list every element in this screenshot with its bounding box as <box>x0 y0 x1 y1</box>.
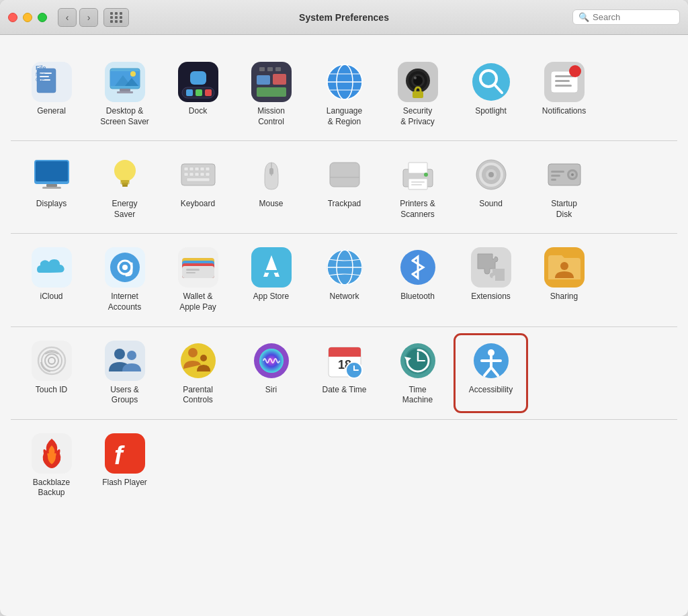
appstore-label: App Store <box>253 292 289 302</box>
svg-rect-141 <box>329 354 361 357</box>
spotlight-label: Spotlight <box>475 106 507 117</box>
svg-rect-79 <box>330 163 359 187</box>
pref-timemachine[interactable]: TimeMachine <box>382 335 453 411</box>
dock-label: Dock <box>189 106 207 117</box>
accessibility-label: Accessibility <box>469 385 513 396</box>
network-label: Network <box>329 292 359 302</box>
flash-icon: f <box>105 433 145 474</box>
pref-parental[interactable]: ParentalControls <box>163 335 233 411</box>
svg-rect-23 <box>205 89 212 96</box>
section-other: BackblazeBackup f Flash Player <box>11 420 677 512</box>
extensions-label: Extensions <box>471 292 511 302</box>
keyboard-label: Keyboard <box>181 199 215 210</box>
pref-touchid[interactable]: Touch ID <box>16 335 87 411</box>
pref-desktop[interactable]: Desktop &Screen Saver <box>89 56 160 132</box>
pref-users[interactable]: Users &Groups <box>89 335 160 411</box>
pref-backblaze[interactable]: BackblazeBackup <box>16 428 87 504</box>
displays-label: Displays <box>36 199 67 210</box>
timemachine-icon <box>398 341 438 381</box>
svg-point-125 <box>560 262 568 270</box>
pref-displays[interactable]: Displays <box>16 149 87 225</box>
pref-bluetooth[interactable]: Bluetooth <box>382 242 453 318</box>
pref-mouse[interactable]: Mouse <box>236 149 306 225</box>
wallet-label: Wallet &Apple Pay <box>179 292 216 312</box>
desktop-label: Desktop &Screen Saver <box>100 106 149 127</box>
security-icon <box>398 62 438 102</box>
pref-spotlight[interactable]: Spotlight <box>456 56 526 132</box>
close-button[interactable] <box>8 13 17 22</box>
pref-trackpad[interactable]: Trackpad <box>309 149 380 225</box>
svg-rect-131 <box>105 341 145 381</box>
svg-point-136 <box>200 355 207 361</box>
svg-rect-73 <box>195 173 199 176</box>
svg-rect-87 <box>411 184 422 185</box>
pref-sharing[interactable]: Sharing <box>529 242 599 318</box>
svg-point-135 <box>188 348 198 357</box>
svg-rect-76 <box>187 178 210 181</box>
pref-icloud[interactable]: iCloud <box>16 242 87 318</box>
flash-label: Flash Player <box>102 478 147 488</box>
nav-buttons: ‹ › <box>58 8 98 27</box>
sharing-icon <box>544 247 585 288</box>
svg-rect-31 <box>275 67 281 71</box>
svg-rect-84 <box>408 163 427 173</box>
pref-printers[interactable]: Printers &Scanners <box>382 149 453 225</box>
pref-language[interactable]: Language& Region <box>309 56 380 132</box>
notifications-icon <box>544 62 585 102</box>
svg-rect-59 <box>121 180 129 183</box>
pref-appstore[interactable]: App Store <box>236 242 306 318</box>
pref-extensions[interactable]: Extensions <box>456 242 526 318</box>
titlebar: ‹ › System Preferences 🔍 <box>0 0 688 35</box>
search-box[interactable]: 🔍 <box>572 9 680 25</box>
language-label: Language& Region <box>327 106 362 127</box>
svg-point-45 <box>472 63 510 101</box>
spotlight-icon <box>471 62 511 102</box>
extensions-icon <box>471 247 511 288</box>
parental-icon <box>178 341 218 381</box>
section-hardware: Displays EnergySaver <box>11 141 677 234</box>
minimize-button[interactable] <box>23 13 32 22</box>
system-preferences-window: ‹ › System Preferences 🔍 <box>0 0 688 616</box>
pref-energy[interactable]: EnergySaver <box>89 149 160 225</box>
svg-point-15 <box>130 71 136 77</box>
pref-mission[interactable]: MissionControl <box>236 56 306 132</box>
pref-general[interactable]: File New Ope General <box>16 56 87 132</box>
svg-rect-61 <box>122 185 128 187</box>
grid-view-button[interactable] <box>103 8 129 27</box>
pref-datetime[interactable]: 18 Date & Time <box>309 335 380 411</box>
energy-label: EnergySaver <box>112 199 137 220</box>
search-input[interactable] <box>593 12 674 22</box>
forward-button[interactable]: › <box>79 8 98 27</box>
pref-security[interactable]: Security& Privacy <box>382 56 453 132</box>
svg-rect-72 <box>189 173 194 176</box>
svg-text:Ope: Ope <box>36 77 44 83</box>
sharing-label: Sharing <box>550 292 578 302</box>
touchid-label: Touch ID <box>36 385 67 396</box>
svg-point-134 <box>181 343 216 378</box>
svg-text:File: File <box>36 64 46 71</box>
pref-flash[interactable]: f Flash Player <box>89 428 160 504</box>
svg-rect-57 <box>42 187 61 189</box>
pref-keyboard[interactable]: Keyboard <box>163 149 233 225</box>
pref-dock[interactable]: Dock <box>163 56 233 132</box>
svg-rect-52 <box>555 85 572 87</box>
svg-rect-114 <box>186 272 196 273</box>
pref-siri[interactable]: Siri <box>236 335 306 411</box>
pref-network[interactable]: Network <box>309 242 380 318</box>
pref-accessibility[interactable]: Accessibility <box>456 335 526 411</box>
back-button[interactable]: ‹ <box>58 8 77 27</box>
svg-rect-113 <box>186 269 200 271</box>
maximize-button[interactable] <box>38 13 47 22</box>
backblaze-icon <box>32 433 72 474</box>
svg-point-93 <box>488 172 494 177</box>
accessibility-icon <box>471 341 511 381</box>
pref-startup[interactable]: StartupDisk <box>529 149 599 225</box>
parental-label: ParentalControls <box>183 385 213 406</box>
pref-internet-accounts[interactable]: InternetAccounts <box>89 242 160 318</box>
svg-rect-22 <box>196 89 202 96</box>
pref-notifications[interactable]: Notifications <box>529 56 599 132</box>
pref-wallet[interactable]: Wallet &Apple Pay <box>163 242 233 318</box>
pref-sound[interactable]: Sound <box>456 149 526 225</box>
search-icon: 🔍 <box>578 12 589 22</box>
svg-rect-44 <box>413 91 423 98</box>
